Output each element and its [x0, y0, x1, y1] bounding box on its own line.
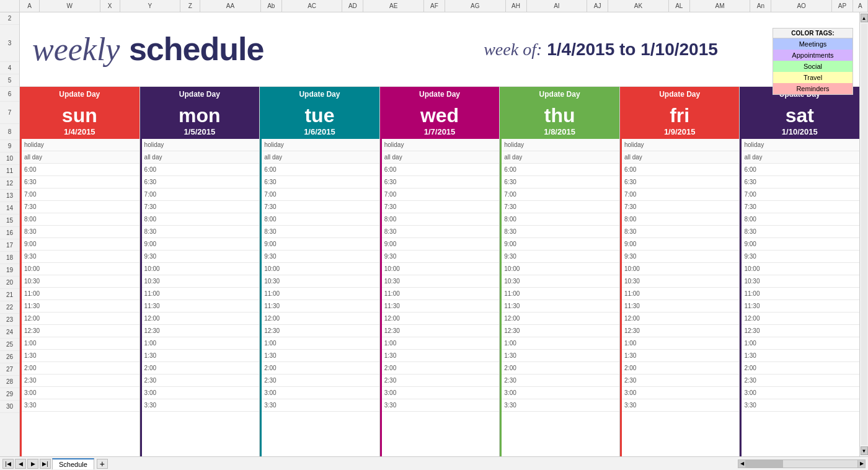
time-slot-tue-15[interactable]: 12:30 — [262, 325, 379, 337]
time-slot-wed-20[interactable]: 3:00 — [382, 387, 500, 399]
time-slot-wed-1[interactable]: all day — [382, 151, 500, 164]
time-slot-wed-18[interactable]: 2:00 — [382, 362, 500, 375]
time-slot-mon-2[interactable]: 6:00 — [142, 164, 260, 176]
time-slot-fri-1[interactable]: all day — [622, 151, 740, 164]
time-slot-tue-12[interactable]: 11:00 — [262, 288, 379, 300]
time-slot-thu-6[interactable]: 8:00 — [502, 213, 619, 226]
time-slot-mon-13[interactable]: 11:30 — [142, 300, 260, 313]
time-slot-fri-15[interactable]: 12:30 — [622, 325, 740, 337]
time-slot-sun-21[interactable]: 3:30 — [22, 399, 140, 412]
time-slot-sat-4[interactable]: 7:00 — [742, 188, 859, 201]
time-slot-sun-10[interactable]: 10:00 — [22, 263, 140, 275]
time-slot-tue-4[interactable]: 7:00 — [262, 188, 379, 201]
time-slot-fri-0[interactable]: holiday — [622, 139, 740, 151]
time-slot-sat-3[interactable]: 6:30 — [742, 176, 859, 188]
time-slot-mon-20[interactable]: 3:00 — [142, 387, 260, 399]
time-slot-tue-10[interactable]: 10:00 — [262, 263, 379, 275]
time-slot-thu-10[interactable]: 10:00 — [502, 263, 619, 275]
time-slot-fri-5[interactable]: 7:30 — [622, 201, 740, 213]
time-slot-wed-13[interactable]: 11:30 — [382, 300, 500, 313]
h-scroll-thumb[interactable] — [746, 460, 783, 468]
time-slot-sat-5[interactable]: 7:30 — [742, 201, 859, 213]
add-sheet-button[interactable]: + — [97, 459, 108, 469]
time-slot-mon-17[interactable]: 1:30 — [142, 350, 260, 362]
time-slot-tue-1[interactable]: all day — [262, 151, 379, 164]
time-slot-thu-0[interactable]: holiday — [502, 139, 619, 151]
time-slot-thu-12[interactable]: 11:00 — [502, 288, 619, 300]
time-slot-mon-8[interactable]: 9:00 — [142, 238, 260, 251]
time-slot-sun-3[interactable]: 6:30 — [22, 176, 140, 188]
update-day-btn-tue[interactable]: Update Day — [260, 87, 379, 102]
time-slot-sat-18[interactable]: 2:00 — [742, 362, 859, 375]
time-slot-sat-19[interactable]: 2:30 — [742, 375, 859, 387]
time-slot-mon-15[interactable]: 12:30 — [142, 325, 260, 337]
time-slot-mon-7[interactable]: 8:30 — [142, 226, 260, 238]
time-slot-fri-13[interactable]: 11:30 — [622, 300, 740, 313]
time-slot-mon-19[interactable]: 2:30 — [142, 375, 260, 387]
time-slot-thu-2[interactable]: 6:00 — [502, 164, 619, 176]
tab-nav-next[interactable]: ▶ — [27, 459, 38, 469]
time-slot-sat-17[interactable]: 1:30 — [742, 350, 859, 362]
time-slot-tue-19[interactable]: 2:30 — [262, 375, 379, 387]
time-slot-wed-16[interactable]: 1:00 — [382, 337, 500, 350]
time-slot-sun-6[interactable]: 8:00 — [22, 213, 140, 226]
update-day-btn-sun[interactable]: Update Day — [20, 87, 140, 102]
time-slot-fri-21[interactable]: 3:30 — [622, 399, 740, 412]
time-slot-wed-11[interactable]: 10:30 — [382, 275, 500, 288]
update-day-btn-fri[interactable]: Update Day — [620, 87, 740, 102]
time-slot-tue-11[interactable]: 10:30 — [262, 275, 379, 288]
time-slot-fri-18[interactable]: 2:00 — [622, 362, 740, 375]
time-slot-thu-1[interactable]: all day — [502, 151, 619, 164]
time-slot-wed-19[interactable]: 2:30 — [382, 375, 500, 387]
time-slot-sun-14[interactable]: 12:00 — [22, 313, 140, 325]
tab-nav-last[interactable]: ▶| — [40, 459, 51, 469]
time-slot-sun-5[interactable]: 7:30 — [22, 201, 140, 213]
time-slot-sat-14[interactable]: 12:00 — [742, 313, 859, 325]
time-slot-sun-11[interactable]: 10:30 — [22, 275, 140, 288]
time-slot-mon-0[interactable]: holiday — [142, 139, 260, 151]
time-slot-wed-6[interactable]: 8:00 — [382, 213, 500, 226]
time-slot-sun-16[interactable]: 1:00 — [22, 337, 140, 350]
time-slot-mon-9[interactable]: 9:30 — [142, 251, 260, 263]
time-slot-fri-14[interactable]: 12:00 — [622, 313, 740, 325]
time-slot-sat-2[interactable]: 6:00 — [742, 164, 859, 176]
time-slot-fri-10[interactable]: 10:00 — [622, 263, 740, 275]
time-slot-mon-18[interactable]: 2:00 — [142, 362, 260, 375]
time-slot-fri-4[interactable]: 7:00 — [622, 188, 740, 201]
time-slot-thu-14[interactable]: 12:00 — [502, 313, 619, 325]
sheet-tab-schedule[interactable]: Schedule — [52, 458, 94, 469]
time-slot-sat-7[interactable]: 8:30 — [742, 226, 859, 238]
time-slot-mon-5[interactable]: 7:30 — [142, 201, 260, 213]
time-slot-wed-8[interactable]: 9:00 — [382, 238, 500, 251]
time-slot-tue-2[interactable]: 6:00 — [262, 164, 379, 176]
time-slot-wed-10[interactable]: 10:00 — [382, 263, 500, 275]
time-slot-tue-5[interactable]: 7:30 — [262, 201, 379, 213]
time-slot-sun-4[interactable]: 7:00 — [22, 188, 140, 201]
time-slot-sun-1[interactable]: all day — [22, 151, 140, 164]
scroll-right-btn[interactable]: ▶ — [857, 460, 865, 468]
time-slot-tue-0[interactable]: holiday — [262, 139, 379, 151]
time-slot-thu-11[interactable]: 10:30 — [502, 275, 619, 288]
time-slot-mon-3[interactable]: 6:30 — [142, 176, 260, 188]
time-slot-fri-11[interactable]: 10:30 — [622, 275, 740, 288]
time-slot-sat-21[interactable]: 3:30 — [742, 399, 859, 412]
time-slot-mon-1[interactable]: all day — [142, 151, 260, 164]
time-slot-sun-2[interactable]: 6:00 — [22, 164, 140, 176]
time-slot-tue-21[interactable]: 3:30 — [262, 399, 379, 412]
time-slot-tue-20[interactable]: 3:00 — [262, 387, 379, 399]
time-slot-sat-13[interactable]: 11:30 — [742, 300, 859, 313]
time-slot-fri-19[interactable]: 2:30 — [622, 375, 740, 387]
time-slot-tue-7[interactable]: 8:30 — [262, 226, 379, 238]
time-slot-tue-3[interactable]: 6:30 — [262, 176, 379, 188]
time-slot-mon-10[interactable]: 10:00 — [142, 263, 260, 275]
time-slot-mon-14[interactable]: 12:00 — [142, 313, 260, 325]
time-slot-tue-8[interactable]: 9:00 — [262, 238, 379, 251]
time-slot-sun-7[interactable]: 8:30 — [22, 226, 140, 238]
time-slot-tue-9[interactable]: 9:30 — [262, 251, 379, 263]
time-slot-sun-12[interactable]: 11:00 — [22, 288, 140, 300]
time-slot-fri-6[interactable]: 8:00 — [622, 213, 740, 226]
time-slot-thu-7[interactable]: 8:30 — [502, 226, 619, 238]
time-slot-tue-16[interactable]: 1:00 — [262, 337, 379, 350]
time-slot-sat-8[interactable]: 9:00 — [742, 238, 859, 251]
time-slot-sun-13[interactable]: 11:30 — [22, 300, 140, 313]
